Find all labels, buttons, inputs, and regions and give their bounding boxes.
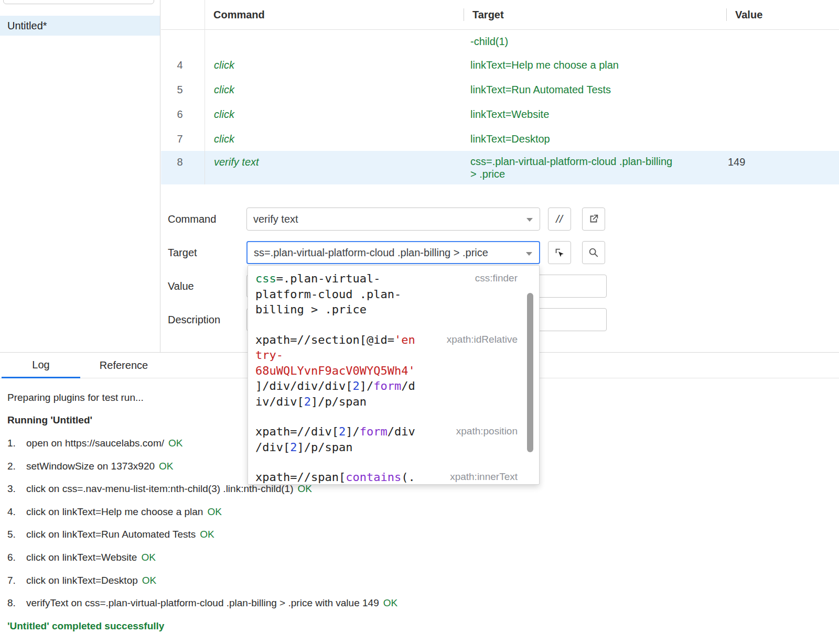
command-row-6[interactable]: 6clicklinkText=Website (161, 102, 839, 126)
command-row-5[interactable]: 5clicklinkText=Run Automated Tests (161, 77, 839, 102)
row-target: linkText=Website (470, 108, 549, 121)
log-ok-status: OK (207, 506, 221, 518)
log-ok-status: OK (168, 438, 182, 449)
log-line: 'Untitled' completed successfully (7, 615, 832, 638)
search-icon (588, 247, 599, 258)
tests-sidebar: Untitled* (0, 0, 160, 352)
row-target: linkText=Desktop (470, 133, 550, 145)
command-row-3[interactable]: 3clickcss=.nav-menu-list-item:nth-child(… (161, 30, 839, 52)
search-target-button[interactable] (582, 241, 605, 264)
row-command: verify text (214, 156, 259, 168)
selenium-ide-app: Untitled* Command Target Value 3clickcss… (0, 0, 839, 644)
row-target: css=.plan-virtual-platform-cloud .plan-b… (470, 155, 672, 180)
row-command: click (214, 108, 234, 120)
target-label: Target (168, 241, 197, 264)
row-command: click (214, 133, 234, 145)
dropdown-suggestion[interactable]: css=.plan-virtual-platform-cloud .plan-b… (255, 271, 532, 318)
locator-strategy-label: xpath:innerText (450, 471, 518, 483)
description-label: Description (168, 308, 220, 331)
target-select[interactable]: ss=.plan-virtual-platform-cloud .plan-bi… (246, 241, 540, 264)
row-command: click (214, 59, 234, 71)
command-row-7[interactable]: 7clicklinkText=Desktop (161, 126, 839, 151)
row-number: 6 (161, 108, 199, 120)
log-ok-status: OK (297, 483, 311, 495)
dropdown-suggestion[interactable]: xpath=//span[contains(.xpath:innerText (255, 470, 532, 485)
row-target: linkText=Help me choose a plan (470, 59, 619, 71)
log-line: 5.click on linkText=Run Automated TestsO… (7, 523, 832, 547)
tab-log[interactable]: Log (2, 353, 80, 378)
log-ok-status: OK (141, 552, 155, 563)
command-row-4[interactable]: 4clicklinkText=Help me choose a plan (161, 52, 839, 77)
target-suggestions-dropdown: css=.plan-virtual-platform-cloud .plan-b… (248, 265, 540, 485)
row-command: click (214, 83, 234, 95)
commands-table-header: Command Target Value (161, 0, 839, 30)
log-ok-status: OK (383, 597, 397, 609)
command-label: Command (168, 208, 216, 231)
dropdown-suggestion[interactable]: xpath=//div[2]/form/div/div[2]/p/spanxpa… (255, 424, 532, 455)
comment-slashes-icon: // (556, 213, 563, 225)
select-target-button[interactable] (548, 241, 571, 264)
column-divider (464, 8, 464, 21)
row-number: 4 (161, 59, 199, 71)
log-line: 7.click on linkText=DesktopOK (7, 569, 832, 592)
log-ok-status: OK (142, 575, 156, 586)
log-line: 8.verifyText on css=.plan-virtual-platfo… (7, 592, 832, 615)
chevron-down-icon (526, 252, 532, 256)
locator-strategy-label: css:finder (475, 272, 518, 284)
dropdown-suggestion[interactable]: xpath=//section[@id='entry-68uWQLYvnF9ac… (255, 332, 532, 410)
target-select-value: ss=.plan-virtual-platform-cloud .plan-bi… (254, 247, 488, 259)
dropdown-items: css=.plan-virtual-platform-cloud .plan-b… (248, 266, 539, 485)
column-header-command: Command (213, 9, 265, 21)
row-value: 149 (728, 156, 745, 168)
comment-toggle-button[interactable]: // (548, 208, 571, 231)
row-number: 7 (161, 133, 199, 145)
row-target: linkText=Run Automated Tests (470, 83, 611, 96)
command-select[interactable]: verify text (246, 208, 540, 231)
value-label: Value (168, 275, 194, 298)
command-row-8[interactable]: 8verify textcss=.plan-virtual-platform-c… (161, 151, 839, 184)
log-ok-status: OK (159, 461, 173, 472)
sidebar-cropped-control (3, 0, 154, 4)
chevron-down-icon (526, 218, 533, 222)
column-header-target: Target (472, 9, 504, 21)
row-number: 5 (161, 83, 199, 95)
command-select-value: verify text (253, 213, 298, 225)
select-target-icon (554, 247, 565, 258)
row-target: css=.nav-menu-list-item:nth-child(3) .li… (470, 35, 508, 48)
log-line: 4.click on linkText=Help me choose a pla… (7, 500, 832, 523)
open-new-window-button[interactable] (582, 208, 605, 231)
log-ok-status: OK (200, 529, 214, 540)
open-new-window-icon (588, 213, 599, 225)
locator-strategy-label: xpath:position (456, 425, 518, 437)
column-header-value: Value (735, 9, 762, 21)
command-form-row: Command verify text // (161, 208, 839, 231)
locator-strategy-label: xpath:idRelative (447, 334, 518, 345)
commands-table: Command Target Value 3clickcss=.nav-menu… (161, 0, 839, 184)
test-list-item-untitled[interactable]: Untitled* (0, 16, 160, 36)
dropdown-scrollbar-thumb[interactable] (527, 293, 533, 452)
command-rows: 3clickcss=.nav-menu-list-item:nth-child(… (161, 30, 839, 184)
column-divider (726, 8, 727, 21)
tab-reference[interactable]: Reference (80, 353, 167, 378)
target-form-row: Target ss=.plan-virtual-platform-cloud .… (161, 241, 839, 264)
log-line: 6.click on linkText=WebsiteOK (7, 546, 832, 569)
row-number: 8 (161, 156, 199, 168)
